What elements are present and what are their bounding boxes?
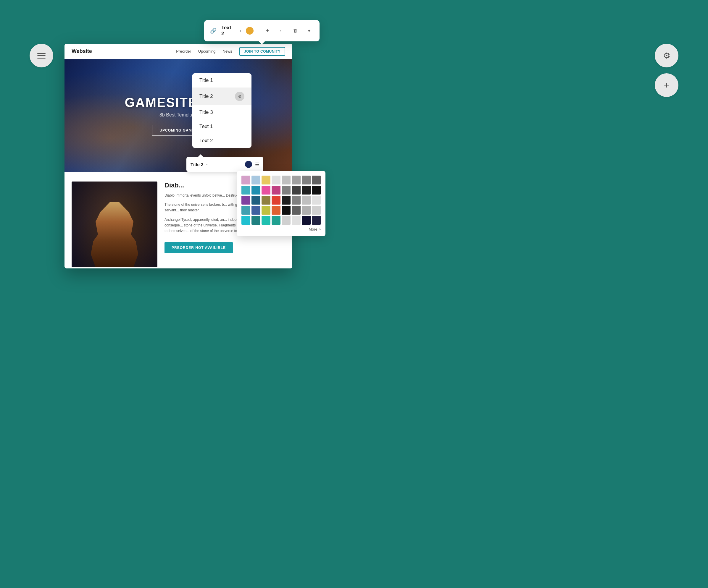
color-cell-2[interactable] <box>262 176 270 184</box>
dropdown-title1[interactable]: Title 1 <box>192 73 252 88</box>
hero-subtitle: 8b Best Templat... <box>159 112 197 118</box>
color-cell-31[interactable] <box>312 206 321 215</box>
dropdown-title3[interactable]: Title 3 <box>192 105 252 119</box>
color-cell-11[interactable] <box>272 186 281 194</box>
color-cell-19[interactable] <box>272 196 281 205</box>
nav-preorder[interactable]: Preorder <box>176 49 191 54</box>
toolbar-back-button[interactable]: ← <box>277 26 286 35</box>
color-cell-0[interactable] <box>241 176 250 184</box>
preorder-button[interactable]: PREORDER NOT AVAILIBLE <box>165 242 233 253</box>
gear-icon: ⚙ <box>663 51 671 61</box>
toolbar-add-button[interactable]: + <box>263 26 272 35</box>
toolbar-color-indicator[interactable] <box>246 27 254 35</box>
color-cell-32[interactable] <box>241 216 250 225</box>
color-cell-39[interactable] <box>312 216 321 225</box>
color-cell-18[interactable] <box>262 196 270 205</box>
dropdown-text2[interactable]: Text 2 <box>192 134 252 148</box>
color-cell-29[interactable] <box>292 206 301 215</box>
color-more-button[interactable]: More > <box>241 227 321 231</box>
dropdown-title1-label: Title 1 <box>199 78 213 83</box>
dropdown-text1-label: Text 1 <box>199 124 213 129</box>
dropdown-title3-label: Title 3 <box>199 110 213 115</box>
color-cell-37[interactable] <box>292 216 301 225</box>
color-cell-14[interactable] <box>302 186 311 194</box>
color-cell-17[interactable] <box>252 196 260 205</box>
settings-button[interactable]: ⚙ <box>655 44 678 67</box>
color-cell-23[interactable] <box>312 196 321 205</box>
color-cell-34[interactable] <box>262 216 270 225</box>
title2-toolbar-label: Title 2 <box>190 162 203 167</box>
color-cell-5[interactable] <box>292 176 301 184</box>
color-cell-24[interactable] <box>241 206 250 215</box>
add-element-button[interactable]: + <box>655 73 678 97</box>
color-cell-4[interactable] <box>282 176 291 184</box>
toolbar-add-icon: + <box>266 28 269 34</box>
color-palette: More > <box>237 171 325 236</box>
color-cell-6[interactable] <box>302 176 311 184</box>
toolbar-dropdown-indicator: ▾ <box>240 29 241 33</box>
dropdown-title2-settings-icon[interactable]: ⚙ <box>235 92 244 101</box>
site-navbar: Website Preorder Upcoming News JOIN TO C… <box>64 44 292 59</box>
site-logo: Website <box>71 48 92 54</box>
join-community-button[interactable]: JOIN TO COMUNITY <box>239 47 285 56</box>
dropdown-text1[interactable]: Text 1 <box>192 119 252 134</box>
dropdown-text2-label: Text 2 <box>199 138 213 144</box>
color-cell-36[interactable] <box>282 216 291 225</box>
dropdown-menu: Title 1 Title 2 ⚙ Title 3 Text 1 Text 2 <box>192 73 252 148</box>
toolbar-settings-icon: ✦ <box>307 28 311 34</box>
hero-section: GAMESITE TE... 8b Best Templat... UPCOMI… <box>64 59 292 172</box>
dropdown-title2[interactable]: Title 2 ⚙ <box>192 88 252 105</box>
color-cell-38[interactable] <box>302 216 311 225</box>
color-cell-13[interactable] <box>292 186 301 194</box>
title2-color-indicator[interactable] <box>245 161 252 168</box>
toolbar-back-icon: ← <box>279 28 284 33</box>
menu-button[interactable] <box>30 44 53 67</box>
color-cell-7[interactable] <box>312 176 321 184</box>
color-cell-35[interactable] <box>272 216 281 225</box>
color-cell-26[interactable] <box>262 206 270 215</box>
color-cell-10[interactable] <box>262 186 270 194</box>
title2-toolbar: Title 2 ▾ ☰ <box>186 157 263 172</box>
color-cell-15[interactable] <box>312 186 321 194</box>
content-image <box>71 182 157 267</box>
color-cell-27[interactable] <box>272 206 281 215</box>
toolbar-popup: 🔗 Text 2 ▾ + ← 🗑 ✦ <box>204 20 320 41</box>
link-icon: 🔗 <box>210 28 216 34</box>
nav-upcoming[interactable]: Upcoming <box>198 49 216 54</box>
color-cell-16[interactable] <box>241 196 250 205</box>
nav-news[interactable]: News <box>223 49 232 54</box>
toolbar-element-label: Text 2 <box>221 25 235 37</box>
dropdown-title2-label: Title 2 <box>199 93 213 99</box>
plus-icon: + <box>664 81 670 90</box>
color-cell-28[interactable] <box>282 206 291 215</box>
hamburger-icon <box>37 53 46 59</box>
site-nav-links: Preorder Upcoming News JOIN TO COMUNITY <box>176 47 285 56</box>
color-cell-30[interactable] <box>302 206 311 215</box>
color-cell-20[interactable] <box>282 196 291 205</box>
toolbar-delete-icon: 🗑 <box>293 28 298 33</box>
sidebar-left <box>30 44 53 67</box>
color-cell-8[interactable] <box>241 186 250 194</box>
toolbar-settings-button[interactable]: ✦ <box>304 26 314 35</box>
color-cell-33[interactable] <box>252 216 260 225</box>
title2-align-icon[interactable]: ☰ <box>255 162 259 167</box>
toolbar-delete-button[interactable]: 🗑 <box>291 26 300 35</box>
color-cell-9[interactable] <box>252 186 260 194</box>
color-cell-1[interactable] <box>252 176 260 184</box>
sidebar-right: ⚙ + <box>655 44 678 97</box>
color-cell-3[interactable] <box>272 176 281 184</box>
color-cell-21[interactable] <box>292 196 301 205</box>
color-cell-25[interactable] <box>252 206 260 215</box>
color-grid <box>241 176 321 225</box>
color-cell-22[interactable] <box>302 196 311 205</box>
title2-dropdown-indicator: ▾ <box>206 163 208 166</box>
color-cell-12[interactable] <box>282 186 291 194</box>
